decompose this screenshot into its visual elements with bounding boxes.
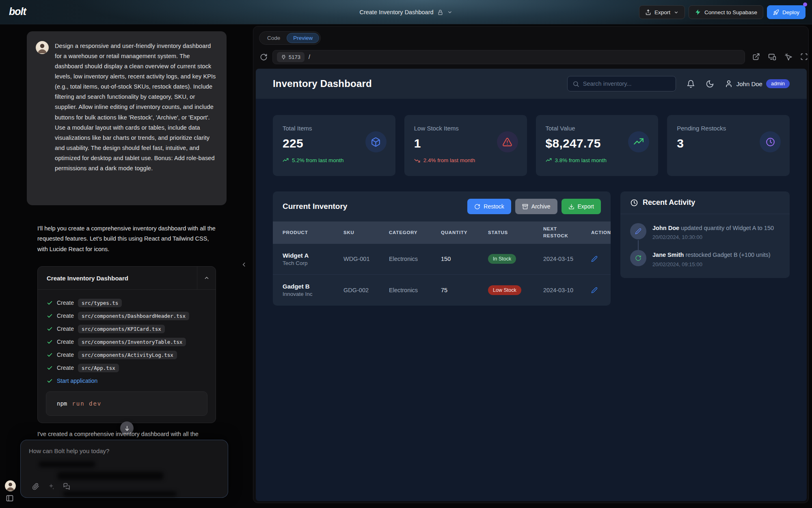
chat-mode-icon[interactable]: [63, 483, 70, 490]
export-button[interactable]: Export: [639, 5, 685, 19]
dashboard-body: Total Items 225 5.2% from last month Low…: [256, 99, 807, 306]
tab-preview[interactable]: Preview: [287, 33, 319, 43]
product-supplier: Tech Corp: [283, 260, 343, 266]
attach-link-icon[interactable]: [32, 483, 39, 490]
alert-triangle-icon: [497, 131, 518, 152]
status-badge: In Stock: [488, 254, 516, 264]
chat-input[interactable]: [21, 440, 228, 465]
check-icon: [47, 326, 53, 332]
dashboard-header: Inventory Dashboard John Doe admin: [256, 69, 807, 99]
plug-icon: [281, 54, 286, 60]
bulk-actions: Restock Archive Export: [467, 199, 601, 214]
chevron-up-icon: [203, 275, 210, 281]
trending-up-icon: [283, 157, 289, 163]
file-chip[interactable]: src/types.ts: [78, 299, 122, 307]
table-row: Widget A Tech Corp WDG-001 Electronics 1…: [273, 244, 611, 275]
collapse-artifact-button[interactable]: [197, 267, 216, 289]
kpi-card-pending-restocks: Pending Restocks 3: [667, 115, 790, 176]
recent-activity-card: Recent Activity John Doe updated quantit…: [620, 191, 790, 278]
check-icon: [47, 365, 53, 371]
user-name: John Doe: [736, 80, 762, 87]
collapse-chat-panel-button[interactable]: [240, 261, 248, 268]
product-name: Gadget B: [283, 283, 343, 290]
view-tabs: Code Preview: [259, 30, 321, 45]
kpi-cards-row: Total Items 225 5.2% from last month Low…: [273, 115, 790, 176]
file-chip[interactable]: src/App.tsx: [78, 364, 119, 372]
open-external-icon[interactable]: [752, 53, 760, 61]
preview-iframe: Inventory Dashboard John Doe admin: [256, 69, 807, 501]
artifact-step: Create src/components/KPICard.tsx: [47, 322, 207, 335]
preview-url-bar: 5173 /: [253, 48, 808, 66]
activity-timestamp: 20/02/2024, 10:30:00: [652, 234, 774, 240]
status-badge: Low Stock: [488, 285, 521, 295]
trending-up-icon: [546, 157, 552, 163]
user-message-text: Design a responsive and user-friendly in…: [55, 41, 216, 195]
workbench-panel: Code Preview 5173 /: [253, 26, 809, 503]
edit-row-button[interactable]: [591, 287, 611, 293]
inventory-search[interactable]: [567, 76, 676, 91]
redacted-text: [39, 461, 95, 467]
search-input[interactable]: [583, 80, 671, 87]
table-row: Gadget B Innovate Inc GDG-002 Electronic…: [273, 275, 611, 306]
fullscreen-icon[interactable]: [800, 53, 808, 61]
check-icon: [47, 339, 53, 345]
artifact-step: Create src/types.ts: [47, 296, 207, 309]
activity-item: Jane Smith restocked Gadget B (+100 unit…: [630, 250, 780, 267]
archive-icon: [522, 204, 528, 210]
activity-user: Jane Smith: [652, 252, 684, 258]
port-badge[interactable]: 5173: [277, 52, 304, 62]
pencil-icon: [591, 287, 598, 293]
restock-button[interactable]: Restock: [467, 199, 511, 214]
dashboard-header-actions: John Doe admin: [567, 76, 790, 91]
tab-code[interactable]: Code: [261, 33, 287, 43]
file-chip[interactable]: src/components/KPICard.tsx: [78, 325, 165, 333]
kpi-trend: 5.2% from last month: [283, 157, 386, 163]
inventory-card-header: Current Inventory Restock Archive: [273, 191, 611, 221]
file-chip[interactable]: src/components/ActivityLog.tsx: [78, 351, 177, 359]
sidebar-toggle-icon[interactable]: [6, 494, 14, 502]
quantity-cell[interactable]: 150: [441, 256, 488, 262]
product-name: Widget A: [283, 252, 343, 259]
edit-row-button[interactable]: [591, 256, 611, 262]
artifact-step: Create src/components/DashboardHeader.ts…: [47, 309, 207, 322]
address-input[interactable]: 5173 /: [272, 50, 745, 64]
export-csv-button[interactable]: Export: [561, 199, 601, 214]
package-icon: [365, 131, 387, 152]
chevron-down-icon[interactable]: [447, 9, 453, 15]
download-icon: [568, 204, 574, 210]
product-supplier: Innovate Inc: [283, 291, 343, 297]
refresh-icon[interactable]: [260, 53, 268, 61]
topbar-actions: Export Connect to Supabase Deploy: [639, 5, 806, 19]
kpi-card-total-value: Total Value $8,247.75 3.8% from last mon…: [536, 115, 659, 176]
connect-supabase-button[interactable]: Connect to Supabase: [689, 5, 763, 19]
kpi-card-total-items: Total Items 225 5.2% from last month: [273, 115, 395, 176]
chat-input-toolbar: [32, 483, 70, 490]
responsive-devices-icon[interactable]: [768, 53, 776, 61]
inspector-cursor-icon[interactable]: [784, 53, 792, 61]
next-restock-cell: 2024-03-10: [543, 287, 591, 293]
account-avatar[interactable]: [5, 480, 16, 491]
archive-button[interactable]: Archive: [515, 199, 557, 214]
rocket-icon: [773, 9, 779, 15]
file-chip[interactable]: src/components/DashboardHeader.tsx: [78, 312, 189, 320]
activity-item: John Doe updated quantity of Widget A to…: [630, 223, 780, 240]
trending-down-icon: [414, 157, 420, 163]
start-application-link[interactable]: Start application: [57, 378, 97, 384]
preview-controls: [752, 53, 808, 61]
deploy-button[interactable]: Deploy: [767, 5, 806, 19]
dark-mode-toggle-moon-icon[interactable]: [706, 80, 714, 88]
quantity-cell[interactable]: 75: [441, 287, 488, 293]
kpi-trend: 3.8% from last month: [546, 157, 649, 163]
dashboard-title: Inventory Dashboard: [273, 78, 567, 89]
user-menu[interactable]: John Doe admin: [725, 79, 790, 88]
activity-timestamp: 20/02/2024, 09:15:00: [652, 261, 771, 267]
supabase-bolt-icon: [695, 9, 701, 15]
bell-icon[interactable]: [687, 80, 695, 88]
assistant-outro-text: I've created a comprehensive inventory d…: [37, 431, 224, 437]
table-header-row: PRODUCT SKU CATEGORY QUANTITY STATUS NEX…: [273, 221, 611, 244]
pencil-icon: [591, 256, 598, 262]
file-chip[interactable]: src/components/InventoryTable.tsx: [78, 338, 186, 346]
chevron-down-icon: [674, 10, 679, 15]
sparkles-icon[interactable]: [48, 483, 55, 490]
next-restock-cell: 2024-03-15: [543, 256, 591, 262]
